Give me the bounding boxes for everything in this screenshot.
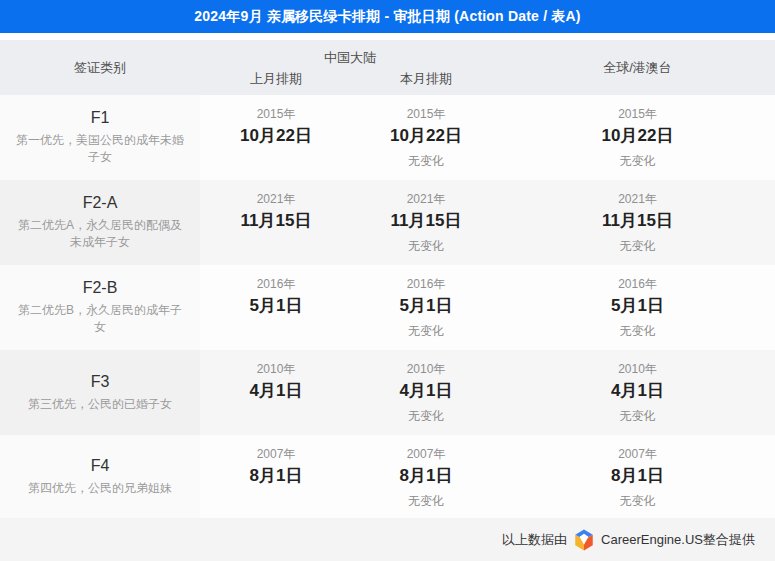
visa-category-code: F1	[91, 109, 110, 127]
table-row-f1: F1 第一优先，美国公民的成年未婚子女 2015年 10月22日 2015年 1…	[0, 95, 775, 180]
change-status: 无变化	[620, 151, 656, 171]
table-row-f2a: F2-A 第二优先A，永久居民的配偶及未成年子女 2021年 11月15日 20…	[0, 180, 775, 265]
visa-category-description: 第一优先，美国公民的成年未婚子女	[15, 132, 185, 166]
page-title: 2024年9月 亲属移民绿卡排期 - 审批日期 (Action Date / 表…	[194, 8, 580, 26]
change-status: 无变化	[620, 491, 656, 511]
curr-month-cell: 2021年 11月15日 无变化	[352, 180, 500, 265]
priority-year: 2021年	[257, 190, 296, 208]
curr-month-cell: 2007年 8月1日 无变化	[352, 435, 500, 518]
footer-prefix: 以上数据由	[502, 531, 567, 549]
change-status: 无变化	[408, 491, 444, 511]
category-cell: F3 第三优先，公民的已婚子女	[0, 350, 200, 435]
global-cell: 2015年 10月22日 无变化	[500, 95, 775, 180]
priority-year: 2007年	[618, 445, 657, 463]
visa-category-code: F2-A	[83, 194, 118, 212]
global-cell: 2007年 8月1日 无变化	[500, 435, 775, 518]
column-header-prev-month: 上月排期	[200, 70, 352, 88]
visa-category-code: F2-B	[83, 279, 118, 297]
priority-year: 2010年	[407, 360, 446, 378]
visa-bulletin-card: 2024年9月 亲属移民绿卡排期 - 审批日期 (Action Date / 表…	[0, 0, 775, 561]
visa-category-description: 第三优先，公民的已婚子女	[28, 396, 172, 413]
priority-year: 2016年	[257, 275, 296, 293]
change-status: 无变化	[408, 236, 444, 256]
category-cell: F2-A 第二优先A，永久居民的配偶及未成年子女	[0, 180, 200, 265]
footer-brand: CareerEngine.US整合提供	[601, 531, 755, 549]
priority-year: 2007年	[407, 445, 446, 463]
visa-category-description: 第二优先A，永久居民的配偶及未成年子女	[15, 217, 185, 251]
priority-date: 10月22日	[390, 123, 462, 148]
priority-date: 5月1日	[611, 293, 664, 318]
category-cell: F4 第四优先，公民的兄弟姐妹	[0, 435, 200, 518]
change-status: 无变化	[408, 406, 444, 426]
priority-year: 2021年	[618, 190, 657, 208]
column-header-global: 全球/港澳台	[500, 40, 775, 95]
curr-month-cell: 2010年 4月1日 无变化	[352, 350, 500, 435]
table-row-f3: F3 第三优先，公民的已婚子女 2010年 4月1日 2010年 4月1日 无变…	[0, 350, 775, 435]
priority-date: 5月1日	[250, 293, 303, 318]
priority-date: 4月1日	[400, 378, 453, 403]
priority-year: 2021年	[407, 190, 446, 208]
priority-date: 11月15日	[241, 208, 312, 233]
divider	[0, 33, 775, 40]
priority-year: 2015年	[618, 105, 657, 123]
footer: 以上数据由 CareerEngine.US整合提供	[0, 518, 775, 561]
priority-year: 2010年	[618, 360, 657, 378]
priority-date: 10月22日	[240, 123, 312, 148]
table-row-f4: F4 第四优先，公民的兄弟姐妹 2007年 8月1日 2007年 8月1日 无变…	[0, 435, 775, 518]
title-bar: 2024年9月 亲属移民绿卡排期 - 审批日期 (Action Date / 表…	[0, 0, 775, 33]
priority-year: 2007年	[257, 445, 296, 463]
priority-date: 11月15日	[391, 208, 462, 233]
prev-month-cell: 2010年 4月1日	[200, 350, 352, 435]
category-cell: F1 第一优先，美国公民的成年未婚子女	[0, 95, 200, 180]
category-cell: F2-B 第二优先B，永久居民的成年子女	[0, 265, 200, 350]
prev-month-cell: 2016年 5月1日	[200, 265, 352, 350]
priority-date: 4月1日	[611, 378, 664, 403]
visa-category-description: 第二优先B，永久居民的成年子女	[15, 302, 185, 336]
priority-date: 8月1日	[400, 463, 453, 488]
change-status: 无变化	[620, 321, 656, 341]
prev-month-cell: 2015年 10月22日	[200, 95, 352, 180]
prev-month-cell: 2007年 8月1日	[200, 435, 352, 518]
priority-date: 5月1日	[400, 293, 453, 318]
global-cell: 2010年 4月1日 无变化	[500, 350, 775, 435]
global-cell: 2016年 5月1日 无变化	[500, 265, 775, 350]
table-header-row: 签证类别 中国大陆 上月排期 本月排期 全球/港澳台	[0, 40, 775, 95]
column-header-category: 签证类别	[0, 40, 200, 95]
change-status: 无变化	[408, 151, 444, 171]
priority-year: 2016年	[407, 275, 446, 293]
priority-date: 10月22日	[602, 123, 674, 148]
priority-year: 2010年	[257, 360, 296, 378]
curr-month-cell: 2016年 5月1日 无变化	[352, 265, 500, 350]
global-cell: 2021年 11月15日 无变化	[500, 180, 775, 265]
table-row-f2b: F2-B 第二优先B，永久居民的成年子女 2016年 5月1日 2016年 5月…	[0, 265, 775, 350]
change-status: 无变化	[620, 406, 656, 426]
priority-year: 2016年	[618, 275, 657, 293]
visa-category-description: 第四优先，公民的兄弟姐妹	[28, 480, 172, 497]
priority-year: 2015年	[407, 105, 446, 123]
column-header-curr-month: 本月排期	[352, 70, 500, 88]
column-group-label: 中国大陆	[200, 49, 500, 67]
priority-date: 8月1日	[611, 463, 664, 488]
prev-month-cell: 2021年 11月15日	[200, 180, 352, 265]
priority-date: 4月1日	[250, 378, 303, 403]
visa-category-code: F3	[91, 373, 110, 391]
column-group-china-mainland: 中国大陆 上月排期 本月排期	[200, 40, 500, 95]
curr-month-cell: 2015年 10月22日 无变化	[352, 95, 500, 180]
careerengine-logo-icon	[574, 529, 594, 551]
change-status: 无变化	[408, 321, 444, 341]
priority-date: 8月1日	[250, 463, 303, 488]
visa-category-code: F4	[91, 457, 110, 475]
priority-year: 2015年	[257, 105, 296, 123]
priority-date: 11月15日	[602, 208, 673, 233]
change-status: 无变化	[620, 236, 656, 256]
